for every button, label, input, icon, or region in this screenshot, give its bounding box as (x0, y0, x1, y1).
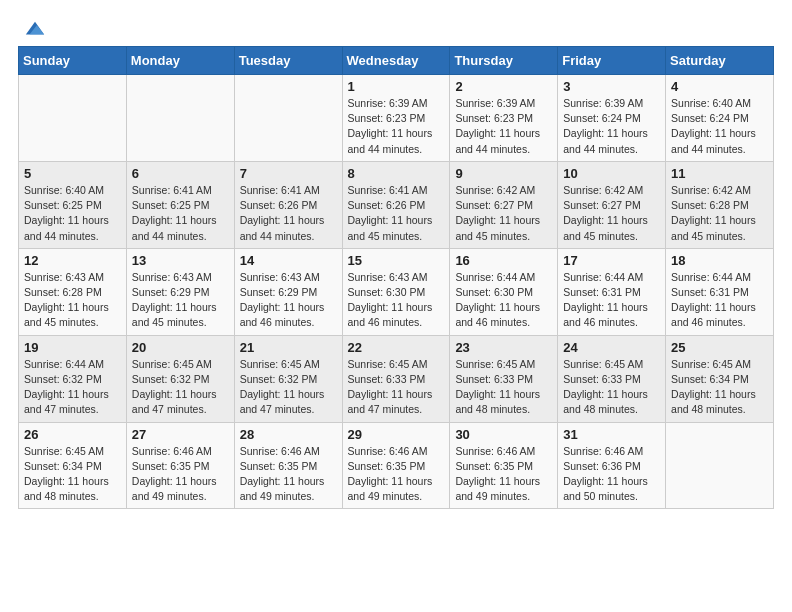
day-number: 10 (563, 166, 660, 181)
day-of-week-header: Wednesday (342, 47, 450, 75)
day-info: Sunrise: 6:41 AM Sunset: 6:26 PM Dayligh… (240, 183, 337, 244)
calendar-table: SundayMondayTuesdayWednesdayThursdayFrid… (18, 46, 774, 509)
calendar-week-row: 12Sunrise: 6:43 AM Sunset: 6:28 PM Dayli… (19, 248, 774, 335)
calendar-day-cell: 29Sunrise: 6:46 AM Sunset: 6:35 PM Dayli… (342, 422, 450, 509)
calendar-day-cell (126, 75, 234, 162)
day-number: 7 (240, 166, 337, 181)
calendar-day-cell: 19Sunrise: 6:44 AM Sunset: 6:32 PM Dayli… (19, 335, 127, 422)
day-number: 27 (132, 427, 229, 442)
day-info: Sunrise: 6:39 AM Sunset: 6:23 PM Dayligh… (348, 96, 445, 157)
calendar-day-cell: 3Sunrise: 6:39 AM Sunset: 6:24 PM Daylig… (558, 75, 666, 162)
day-of-week-header: Sunday (19, 47, 127, 75)
day-number: 14 (240, 253, 337, 268)
day-number: 16 (455, 253, 552, 268)
day-number: 23 (455, 340, 552, 355)
day-number: 17 (563, 253, 660, 268)
calendar-day-cell: 11Sunrise: 6:42 AM Sunset: 6:28 PM Dayli… (666, 161, 774, 248)
day-info: Sunrise: 6:43 AM Sunset: 6:30 PM Dayligh… (348, 270, 445, 331)
day-info: Sunrise: 6:46 AM Sunset: 6:35 PM Dayligh… (348, 444, 445, 505)
calendar-day-cell: 7Sunrise: 6:41 AM Sunset: 6:26 PM Daylig… (234, 161, 342, 248)
calendar-day-cell: 24Sunrise: 6:45 AM Sunset: 6:33 PM Dayli… (558, 335, 666, 422)
day-info: Sunrise: 6:41 AM Sunset: 6:26 PM Dayligh… (348, 183, 445, 244)
calendar-day-cell: 1Sunrise: 6:39 AM Sunset: 6:23 PM Daylig… (342, 75, 450, 162)
calendar-day-cell: 21Sunrise: 6:45 AM Sunset: 6:32 PM Dayli… (234, 335, 342, 422)
calendar-day-cell: 16Sunrise: 6:44 AM Sunset: 6:30 PM Dayli… (450, 248, 558, 335)
day-info: Sunrise: 6:44 AM Sunset: 6:32 PM Dayligh… (24, 357, 121, 418)
calendar-day-cell: 2Sunrise: 6:39 AM Sunset: 6:23 PM Daylig… (450, 75, 558, 162)
day-info: Sunrise: 6:39 AM Sunset: 6:24 PM Dayligh… (563, 96, 660, 157)
logo (22, 18, 46, 40)
day-info: Sunrise: 6:42 AM Sunset: 6:27 PM Dayligh… (455, 183, 552, 244)
day-info: Sunrise: 6:45 AM Sunset: 6:33 PM Dayligh… (455, 357, 552, 418)
calendar-week-row: 1Sunrise: 6:39 AM Sunset: 6:23 PM Daylig… (19, 75, 774, 162)
calendar-day-cell: 12Sunrise: 6:43 AM Sunset: 6:28 PM Dayli… (19, 248, 127, 335)
day-number: 22 (348, 340, 445, 355)
day-number: 29 (348, 427, 445, 442)
day-of-week-header: Monday (126, 47, 234, 75)
calendar-day-cell: 23Sunrise: 6:45 AM Sunset: 6:33 PM Dayli… (450, 335, 558, 422)
day-info: Sunrise: 6:40 AM Sunset: 6:25 PM Dayligh… (24, 183, 121, 244)
day-info: Sunrise: 6:46 AM Sunset: 6:35 PM Dayligh… (132, 444, 229, 505)
day-info: Sunrise: 6:43 AM Sunset: 6:29 PM Dayligh… (240, 270, 337, 331)
day-info: Sunrise: 6:44 AM Sunset: 6:31 PM Dayligh… (671, 270, 768, 331)
day-info: Sunrise: 6:45 AM Sunset: 6:33 PM Dayligh… (563, 357, 660, 418)
page-header (10, 10, 782, 46)
day-number: 20 (132, 340, 229, 355)
day-info: Sunrise: 6:44 AM Sunset: 6:31 PM Dayligh… (563, 270, 660, 331)
day-number: 31 (563, 427, 660, 442)
day-info: Sunrise: 6:45 AM Sunset: 6:33 PM Dayligh… (348, 357, 445, 418)
day-number: 5 (24, 166, 121, 181)
calendar-day-cell: 8Sunrise: 6:41 AM Sunset: 6:26 PM Daylig… (342, 161, 450, 248)
day-number: 15 (348, 253, 445, 268)
day-info: Sunrise: 6:42 AM Sunset: 6:27 PM Dayligh… (563, 183, 660, 244)
day-info: Sunrise: 6:43 AM Sunset: 6:29 PM Dayligh… (132, 270, 229, 331)
calendar-day-cell: 13Sunrise: 6:43 AM Sunset: 6:29 PM Dayli… (126, 248, 234, 335)
day-of-week-header: Tuesday (234, 47, 342, 75)
day-info: Sunrise: 6:40 AM Sunset: 6:24 PM Dayligh… (671, 96, 768, 157)
day-number: 21 (240, 340, 337, 355)
day-of-week-header: Thursday (450, 47, 558, 75)
day-number: 12 (24, 253, 121, 268)
calendar-day-cell: 17Sunrise: 6:44 AM Sunset: 6:31 PM Dayli… (558, 248, 666, 335)
calendar-day-cell: 31Sunrise: 6:46 AM Sunset: 6:36 PM Dayli… (558, 422, 666, 509)
day-info: Sunrise: 6:45 AM Sunset: 6:34 PM Dayligh… (24, 444, 121, 505)
day-info: Sunrise: 6:45 AM Sunset: 6:34 PM Dayligh… (671, 357, 768, 418)
day-number: 25 (671, 340, 768, 355)
day-info: Sunrise: 6:45 AM Sunset: 6:32 PM Dayligh… (240, 357, 337, 418)
day-info: Sunrise: 6:42 AM Sunset: 6:28 PM Dayligh… (671, 183, 768, 244)
calendar-day-cell: 25Sunrise: 6:45 AM Sunset: 6:34 PM Dayli… (666, 335, 774, 422)
calendar-day-cell: 27Sunrise: 6:46 AM Sunset: 6:35 PM Dayli… (126, 422, 234, 509)
day-info: Sunrise: 6:45 AM Sunset: 6:32 PM Dayligh… (132, 357, 229, 418)
day-number: 1 (348, 79, 445, 94)
day-number: 4 (671, 79, 768, 94)
calendar-day-cell: 5Sunrise: 6:40 AM Sunset: 6:25 PM Daylig… (19, 161, 127, 248)
day-number: 19 (24, 340, 121, 355)
calendar-day-cell: 6Sunrise: 6:41 AM Sunset: 6:25 PM Daylig… (126, 161, 234, 248)
day-number: 9 (455, 166, 552, 181)
calendar-day-cell (234, 75, 342, 162)
calendar-day-cell: 30Sunrise: 6:46 AM Sunset: 6:35 PM Dayli… (450, 422, 558, 509)
day-number: 28 (240, 427, 337, 442)
logo-icon (24, 18, 46, 40)
day-info: Sunrise: 6:44 AM Sunset: 6:30 PM Dayligh… (455, 270, 552, 331)
day-number: 13 (132, 253, 229, 268)
calendar-day-cell (19, 75, 127, 162)
day-number: 11 (671, 166, 768, 181)
day-number: 2 (455, 79, 552, 94)
day-info: Sunrise: 6:39 AM Sunset: 6:23 PM Dayligh… (455, 96, 552, 157)
calendar-day-cell: 10Sunrise: 6:42 AM Sunset: 6:27 PM Dayli… (558, 161, 666, 248)
calendar-week-row: 19Sunrise: 6:44 AM Sunset: 6:32 PM Dayli… (19, 335, 774, 422)
calendar-week-row: 5Sunrise: 6:40 AM Sunset: 6:25 PM Daylig… (19, 161, 774, 248)
day-info: Sunrise: 6:46 AM Sunset: 6:35 PM Dayligh… (240, 444, 337, 505)
day-number: 6 (132, 166, 229, 181)
day-info: Sunrise: 6:46 AM Sunset: 6:35 PM Dayligh… (455, 444, 552, 505)
calendar-header-row: SundayMondayTuesdayWednesdayThursdayFrid… (19, 47, 774, 75)
day-number: 30 (455, 427, 552, 442)
day-info: Sunrise: 6:43 AM Sunset: 6:28 PM Dayligh… (24, 270, 121, 331)
calendar-day-cell: 18Sunrise: 6:44 AM Sunset: 6:31 PM Dayli… (666, 248, 774, 335)
day-number: 8 (348, 166, 445, 181)
calendar-day-cell: 20Sunrise: 6:45 AM Sunset: 6:32 PM Dayli… (126, 335, 234, 422)
day-number: 26 (24, 427, 121, 442)
day-info: Sunrise: 6:41 AM Sunset: 6:25 PM Dayligh… (132, 183, 229, 244)
day-number: 3 (563, 79, 660, 94)
